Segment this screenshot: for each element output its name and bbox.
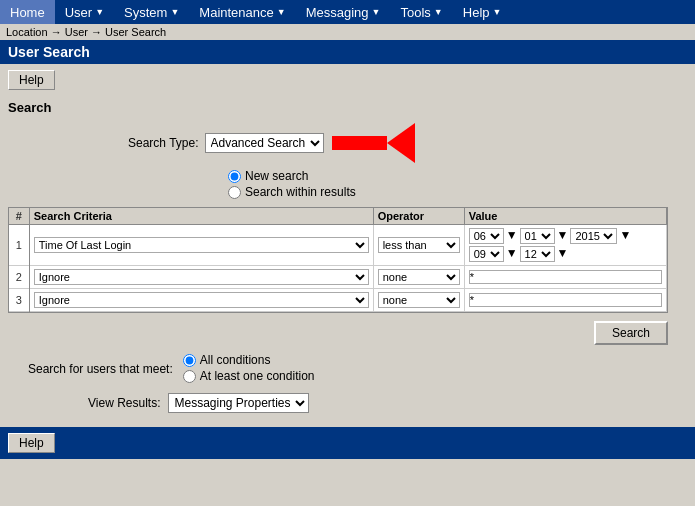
chevron-down-icon: ▼ [170,7,179,17]
help-button-top[interactable]: Help [8,70,55,90]
criteria-cell-2: Time Of Last Login Ignore [29,266,373,289]
row-num-2: 2 [9,266,29,289]
value-input-2[interactable] [469,270,662,284]
day-select-1[interactable]: 01 [520,228,555,244]
operator-cell-3: less than greater than equal to none [373,289,464,312]
value-input-3[interactable] [469,293,662,307]
value-cell-1: 06 ▼ 01 ▼ 2015 ▼ [464,225,666,266]
table-row: 3 Time Of Last Login Ignore less than gr… [9,289,667,312]
menu-messaging[interactable]: Messaging ▼ [296,0,391,24]
menu-help[interactable]: Help ▼ [453,0,512,24]
operator-cell-1: less than greater than equal to none [373,225,464,266]
row-num-3: 3 [9,289,29,312]
within-results-label: Search within results [245,185,356,199]
value-cell-3 [464,289,666,312]
col-header-criteria: Search Criteria [29,208,373,225]
view-results-row: View Results: Messaging Properties Accou… [88,393,687,413]
menu-tools[interactable]: Tools ▼ [391,0,453,24]
all-conditions-radio[interactable] [183,354,196,367]
criteria-cell-1: Time Of Last Login Ignore [29,225,373,266]
operator-cell-2: less than greater than equal to none [373,266,464,289]
meet-label: Search for users that meet: [28,362,173,376]
criteria-select-3[interactable]: Time Of Last Login Ignore [34,292,369,308]
datetime-group-1: 06 ▼ 01 ▼ 2015 ▼ [469,228,662,262]
any-condition-row: At least one condition [183,369,315,383]
main-content: Search Search Type: Advanced Search Simp… [0,96,695,423]
within-results-radio[interactable] [228,186,241,199]
value-cell-2 [464,266,666,289]
red-arrow [332,123,415,163]
breadcrumb: Location → User → User Search [0,24,695,40]
search-type-label: Search Type: [128,136,199,150]
operator-select-3[interactable]: less than greater than equal to none [378,292,460,308]
radio-within-results-row: Search within results [228,185,687,199]
row-num-1: 1 [9,225,29,266]
search-button-row: Search [8,321,668,345]
table-row: 2 Time Of Last Login Ignore less than gr… [9,266,667,289]
search-type-select[interactable]: Advanced Search Simple Search [205,133,324,153]
chevron-down-icon: ▼ [493,7,502,17]
operator-select-1[interactable]: less than greater than equal to none [378,237,460,253]
view-results-select[interactable]: Messaging Properties Account Details Sum… [168,393,309,413]
new-search-radio[interactable] [228,170,241,183]
criteria-cell-3: Time Of Last Login Ignore [29,289,373,312]
any-condition-radio[interactable] [183,370,196,383]
all-conditions-label: All conditions [200,353,271,367]
min-select-1[interactable]: 12 [520,246,555,262]
conditions-radios: All conditions At least one condition [183,353,315,385]
new-search-label: New search [245,169,308,183]
table-row: 1 Time Of Last Login Ignore less than gr… [9,225,667,266]
year-select-1[interactable]: 2015 [570,228,617,244]
search-section-label: Search [8,100,687,115]
criteria-select-2[interactable]: Time Of Last Login Ignore [34,269,369,285]
radio-new-search-row: New search [228,169,687,183]
menu-home[interactable]: Home [0,0,55,24]
criteria-table-wrapper: # Search Criteria Operator Value 1 Time … [8,207,668,313]
chevron-down-icon: ▼ [95,7,104,17]
col-header-num: # [9,208,29,225]
chevron-down-icon: ▼ [277,7,286,17]
view-results-label: View Results: [88,396,160,410]
arrow-shaft [332,136,387,150]
hour-select-1[interactable]: 09 [469,246,504,262]
criteria-select-1[interactable]: Time Of Last Login Ignore [34,237,369,253]
page-title: User Search [0,40,695,64]
menu-maintenance[interactable]: Maintenance ▼ [189,0,295,24]
arrow-head [387,123,415,163]
chevron-down-icon: ▼ [372,7,381,17]
all-conditions-row: All conditions [183,353,315,367]
criteria-table: # Search Criteria Operator Value 1 Time … [9,208,667,312]
bottom-bar: Help [0,427,695,459]
col-header-value: Value [464,208,666,225]
conditions-row: Search for users that meet: All conditio… [28,353,687,385]
any-condition-label: At least one condition [200,369,315,383]
col-header-operator: Operator [373,208,464,225]
month-select-1[interactable]: 06 [469,228,504,244]
menu-system[interactable]: System ▼ [114,0,189,24]
menubar: Home User ▼ System ▼ Maintenance ▼ Messa… [0,0,695,24]
help-button-bottom[interactable]: Help [8,433,55,453]
chevron-down-icon: ▼ [434,7,443,17]
operator-select-2[interactable]: less than greater than equal to none [378,269,460,285]
search-button[interactable]: Search [594,321,668,345]
menu-user[interactable]: User ▼ [55,0,114,24]
help-button-area: Help [0,64,695,96]
